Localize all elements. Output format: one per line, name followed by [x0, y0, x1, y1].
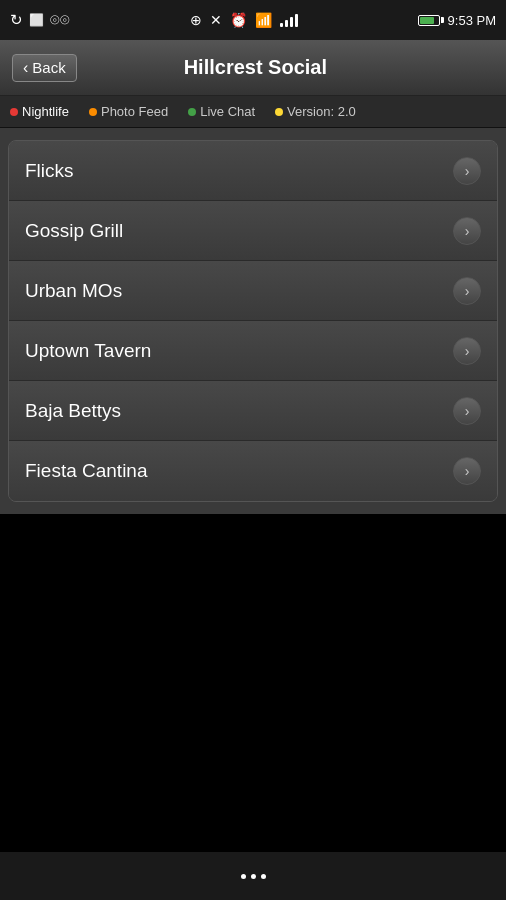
urban-mos-chevron-icon: ›	[453, 277, 481, 305]
menu-dot-2	[251, 874, 256, 879]
header: ‹ Back Hillcrest Social	[0, 40, 506, 96]
status-left-icons: ↻ ⬜ ⦾⦾	[10, 11, 70, 29]
urban-mos-label: Urban MOs	[25, 280, 122, 302]
time-display: 9:53 PM	[448, 13, 496, 28]
fiesta-cantina-label: Fiesta Cantina	[25, 460, 148, 482]
gossip-grill-label: Gossip Grill	[25, 220, 123, 242]
back-button[interactable]: ‹ Back	[12, 54, 77, 82]
fiesta-cantina-chevron-icon: ›	[453, 457, 481, 485]
uptown-tavern-label: Uptown Tavern	[25, 340, 151, 362]
list-item-gossip-grill[interactable]: Gossip Grill ›	[9, 201, 497, 261]
live-chat-dot	[188, 108, 196, 116]
alarm-icon: ⏰	[230, 12, 247, 28]
flicks-chevron-icon: ›	[453, 157, 481, 185]
back-chevron-icon: ‹	[23, 59, 28, 77]
back-label: Back	[32, 59, 65, 76]
tab-nightlife[interactable]: Nightlife	[0, 96, 79, 127]
list-item-flicks[interactable]: Flicks ›	[9, 141, 497, 201]
uptown-tavern-chevron-icon: ›	[453, 337, 481, 365]
tab-bar: Nightlife Photo Feed Live Chat Version: …	[0, 96, 506, 128]
menu-dot-1	[241, 874, 246, 879]
screenshot-icon: ⬜	[29, 13, 44, 27]
no-signal-icon: ✕	[210, 12, 222, 28]
tab-nightlife-label: Nightlife	[22, 104, 69, 119]
tab-live-chat[interactable]: Live Chat	[178, 96, 265, 127]
location-icon: ⊕	[190, 12, 202, 28]
sync-icon: ↻	[10, 11, 23, 29]
list-item-fiesta-cantina[interactable]: Fiesta Cantina ›	[9, 441, 497, 501]
tab-version-label: Version: 2.0	[287, 104, 356, 119]
signal-bars	[280, 13, 298, 27]
venues-list: Flicks › Gossip Grill › Urban MOs › Upto…	[8, 140, 498, 502]
voicemail-icon: ⦾⦾	[50, 13, 70, 27]
baja-bettys-label: Baja Bettys	[25, 400, 121, 422]
photo-feed-dot	[89, 108, 97, 116]
nightlife-dot	[10, 108, 18, 116]
menu-dot-3	[261, 874, 266, 879]
version-dot	[275, 108, 283, 116]
list-item-urban-mos[interactable]: Urban MOs ›	[9, 261, 497, 321]
wifi-icon: 📶	[255, 12, 272, 28]
bottom-bar	[0, 852, 506, 900]
list-item-uptown-tavern[interactable]: Uptown Tavern ›	[9, 321, 497, 381]
status-bar: ↻ ⬜ ⦾⦾ ⊕ ✕ ⏰ 📶 9:53 PM	[0, 0, 506, 40]
tab-photo-feed[interactable]: Photo Feed	[79, 96, 178, 127]
tab-photo-feed-label: Photo Feed	[101, 104, 168, 119]
status-right: 9:53 PM	[418, 13, 496, 28]
tab-version: Version: 2.0	[265, 96, 366, 127]
tab-live-chat-label: Live Chat	[200, 104, 255, 119]
baja-bettys-chevron-icon: ›	[453, 397, 481, 425]
center-icons: ⊕ ✕ ⏰ 📶	[190, 12, 298, 28]
header-title: Hillcrest Social	[77, 56, 434, 79]
gossip-grill-chevron-icon: ›	[453, 217, 481, 245]
main-content: Flicks › Gossip Grill › Urban MOs › Upto…	[0, 128, 506, 514]
list-item-baja-bettys[interactable]: Baja Bettys ›	[9, 381, 497, 441]
flicks-label: Flicks	[25, 160, 74, 182]
battery-icon	[418, 15, 444, 26]
